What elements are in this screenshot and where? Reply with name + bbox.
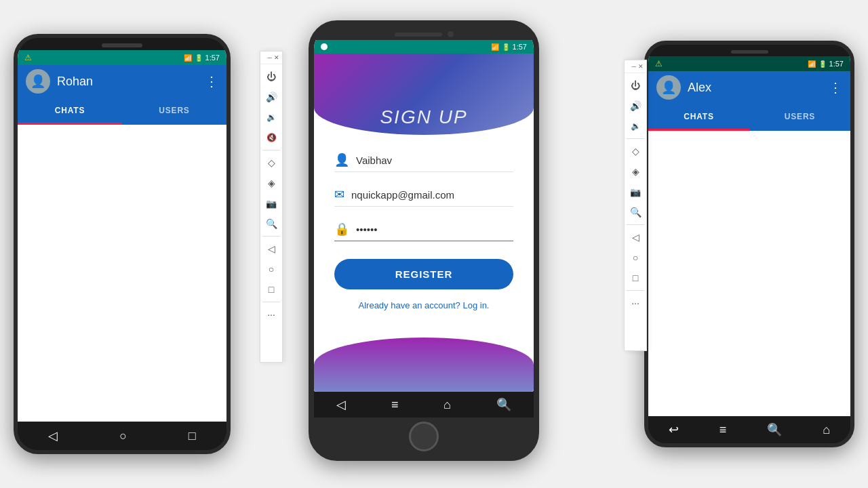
email-field-row: ✉ nquickapp@gmail.com [334, 183, 513, 207]
sep2-left [262, 236, 280, 237]
nav-back-signup[interactable]: ◁ [336, 397, 346, 412]
tab-chats-alex[interactable]: CHATS [648, 104, 749, 131]
vol-up-btn-right[interactable]: 🔊 [626, 96, 645, 115]
vol-down-btn-left[interactable]: 🔉 [262, 108, 281, 127]
screen-rohan: ⚠ 📶 🔋 1:57 👤 Rohan ⋮ CHATS USERS [18, 50, 226, 422]
name-field-row: 👤 Vaibhav [334, 148, 513, 172]
status-icons-signup: 📶 🔋 1:57 [491, 43, 527, 51]
speaker-rohan [102, 43, 142, 47]
time-alex: 1:57 [829, 60, 844, 68]
avatar-icon-alex: 👤 [661, 80, 676, 95]
zoom-btn-right[interactable]: 🔍 [626, 203, 645, 222]
back-btn-right[interactable]: ◁ [626, 228, 645, 247]
tab-users-rohan[interactable]: USERS [122, 98, 226, 125]
home-button-center[interactable] [409, 422, 439, 451]
warning-icon-alex: ⚠ [655, 59, 663, 68]
win-chrome-left: ─ ✕ [260, 54, 282, 64]
close-left[interactable]: ✕ [274, 54, 279, 61]
nav-search-signup[interactable]: 🔍 [496, 397, 511, 412]
password-input[interactable]: •••••• [356, 224, 513, 235]
screen-alex: ⚠ 📶 🔋 1:57 👤 Alex ⋮ CHATS USERS [648, 56, 850, 416]
more-menu-rohan[interactable]: ⋮ [205, 73, 218, 89]
email-icon: ✉ [334, 187, 344, 202]
tab-chats-rohan[interactable]: CHATS [18, 98, 122, 125]
close-right[interactable]: ✕ [638, 63, 644, 70]
signup-title: SIGN UP [380, 106, 467, 128]
name-input[interactable]: Vaibhav [356, 155, 513, 166]
password-icon: 🔒 [334, 222, 349, 237]
nav-back-rohan[interactable]: ◁ [48, 428, 58, 443]
camera-center [448, 31, 454, 37]
screen-signup: 📶 🔋 1:57 SIGN UP 👤 Vaibhav ✉ [314, 40, 534, 392]
tab-bar-rohan: CHATS USERS [18, 98, 226, 125]
side-toolbar-left: ─ ✕ ⏻ 🔊 🔉 🔇 ◇ ◈ 📷 🔍 ◁ ○ □ ··· [260, 51, 283, 363]
eraser-btn-right[interactable]: ◇ [626, 142, 645, 161]
app-bar-alex: 👤 Alex ⋮ [648, 71, 850, 104]
win-chrome-right: ─ ✕ [625, 63, 646, 73]
more-btn-left[interactable]: ··· [262, 305, 281, 324]
signal-alex: 📶 [808, 60, 816, 68]
battery-alex: 🔋 [818, 60, 827, 68]
nav-home-alex[interactable]: ⌂ [823, 423, 830, 437]
home-btn-left[interactable]: ○ [262, 260, 281, 279]
content-area-rohan [18, 125, 226, 422]
back-btn-left[interactable]: ◁ [262, 239, 281, 258]
signup-screen: SIGN UP 👤 Vaibhav ✉ nquickapp@gmail.com … [314, 54, 534, 392]
nav-menu-signup[interactable]: ≡ [391, 398, 399, 412]
minimize-right[interactable]: ─ [632, 63, 636, 70]
app-bar-rohan: 👤 Rohan ⋮ [18, 65, 226, 98]
warning-icon-rohan: ⚠ [24, 53, 32, 62]
mute-btn-left[interactable]: 🔇 [262, 128, 281, 147]
signal-signup: 📶 [491, 43, 499, 51]
status-icons-rohan: 📶 🔋 1:57 [184, 54, 220, 62]
power-btn-left[interactable]: ⏻ [262, 67, 281, 86]
user-name-rohan: Rohan [57, 75, 198, 89]
signal-icon-rohan: 📶 [184, 54, 192, 62]
eraser2-btn-right[interactable]: ◈ [626, 162, 645, 181]
phone-alex: ⚠ 📶 🔋 1:57 👤 Alex ⋮ CHATS USERS [644, 41, 854, 447]
login-link[interactable]: Already have an account? Log in. [334, 300, 513, 310]
nav-home-signup[interactable]: ⌂ [443, 398, 451, 412]
avatar-icon-rohan: 👤 [31, 74, 45, 89]
email-input[interactable]: nquickapp@gmail.com [351, 189, 513, 201]
zoom-btn-left[interactable]: 🔍 [262, 214, 281, 233]
camera-btn-left[interactable]: 📷 [262, 194, 281, 213]
nav-search-alex[interactable]: 🔍 [767, 422, 782, 437]
status-bar-signup: 📶 🔋 1:57 [314, 40, 534, 54]
phone-top-center [314, 26, 534, 40]
minimize-left[interactable]: ─ [268, 54, 272, 61]
time-signup: 1:57 [513, 43, 527, 51]
status-icons-alex: 📶 🔋 1:57 [808, 60, 844, 68]
avatar-alex: 👤 [656, 75, 681, 100]
register-button[interactable]: REGISTER [334, 259, 513, 289]
user-name-alex: Alex [688, 81, 822, 95]
nav-menu-alex[interactable]: ≡ [719, 423, 727, 437]
nav-bar-signup: ◁ ≡ ⌂ 🔍 [314, 392, 534, 418]
nav-recent-rohan[interactable]: □ [189, 429, 196, 443]
vol-down-btn-right[interactable]: 🔉 [626, 117, 645, 136]
recent-btn-right[interactable]: □ [626, 268, 645, 287]
more-btn-right[interactable]: ··· [626, 293, 645, 312]
home-btn-right[interactable]: ○ [626, 248, 645, 267]
status-bar-alex: ⚠ 📶 🔋 1:57 [648, 56, 850, 71]
sep2-right [627, 224, 644, 225]
eraser2-btn-left[interactable]: ◈ [262, 174, 281, 192]
battery-signup: 🔋 [502, 43, 510, 51]
signup-header: SIGN UP [314, 54, 534, 135]
sep1-left [262, 150, 280, 150]
more-menu-alex[interactable]: ⋮ [829, 79, 842, 96]
nav-back-alex[interactable]: ↩ [669, 422, 679, 437]
phone-top-rohan [18, 38, 226, 50]
eraser-btn-left[interactable]: ◇ [262, 153, 281, 172]
recent-btn-left[interactable]: □ [262, 280, 281, 299]
content-area-alex [648, 131, 850, 416]
power-btn-right[interactable]: ⏻ [626, 76, 645, 95]
name-icon: 👤 [334, 152, 349, 167]
camera-btn-right[interactable]: 📷 [626, 182, 645, 201]
vol-up-btn-left[interactable]: 🔊 [262, 87, 281, 106]
nav-home-rohan[interactable]: ○ [119, 429, 127, 443]
nav-bar-alex: ↩ ≡ 🔍 ⌂ [648, 416, 850, 443]
sep1-right [627, 138, 644, 139]
phone-rohan: ⚠ 📶 🔋 1:57 👤 Rohan ⋮ CHATS USERS [14, 34, 231, 454]
tab-users-alex[interactable]: USERS [749, 104, 850, 131]
